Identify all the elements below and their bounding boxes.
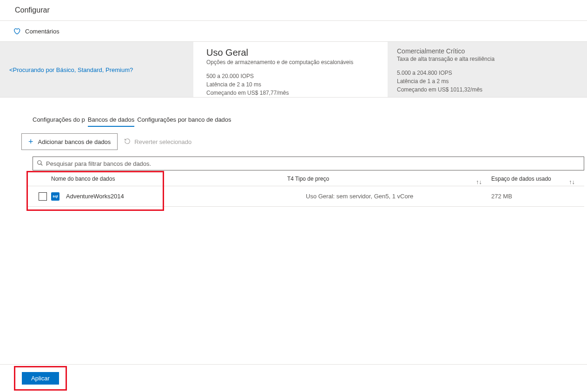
undo-icon — [124, 138, 131, 146]
revert-selected-label: Reverter selecionado — [134, 138, 191, 145]
row-name-cell: sql AdventureWorks2014 — [51, 192, 284, 201]
tier-general-per: mês — [278, 90, 289, 96]
toolbar: + Adicionar bancos de dados Reverter sel… — [0, 127, 587, 157]
row-checkbox[interactable] — [39, 192, 47, 201]
footer: Aplicar — [0, 364, 587, 392]
apply-button[interactable]: Aplicar — [22, 372, 59, 385]
search-icon — [37, 160, 43, 168]
sort-icon[interactable]: ↑↓ — [569, 178, 575, 185]
page-title: Configurar — [15, 6, 50, 14]
pricing-tier-row: <Procurando por Básico, Standard, Premiu… — [0, 42, 587, 98]
revert-selected-button[interactable]: Reverter selecionado — [119, 134, 196, 150]
th-data-space-label: Espaço de dados usado — [491, 176, 551, 182]
th-data-space[interactable]: Espaço de dados usado ↑↓ — [491, 176, 584, 182]
table-header-row: Nome do banco de dados T4 Tipo de preço … — [28, 171, 584, 186]
tier-general-subtitle: Opções de armazenamento e de computação … — [206, 59, 378, 65]
tier-general-iops: 500 a 20.000 IOPS — [206, 72, 378, 80]
tier-critical-title: Comercialmente Crítico — [397, 47, 578, 55]
svg-line-1 — [41, 163, 43, 165]
tier-critical-price: Começando em US$ 1011,32/ — [397, 86, 472, 93]
tier-critical-per: mês — [472, 86, 482, 93]
add-databases-label: Adicionar bancos de dados — [38, 138, 111, 145]
tab-pool-settings[interactable]: Configurações do p — [33, 116, 85, 127]
tier-general-latency: Latência de 2 a 10 ms — [206, 80, 378, 89]
row-data-space: 272 MB — [491, 193, 584, 200]
tier-critical-subtitle: Taxa de alta transação e alta resiliênci… — [397, 56, 578, 62]
th-pricing-tier-label: T4 Tipo de preço — [287, 176, 329, 182]
tier-business-critical[interactable]: Comercialmente Crítico Taxa de alta tran… — [388, 42, 587, 97]
tab-databases[interactable]: Bancos de dados — [88, 116, 134, 127]
sort-icon[interactable]: ↑↓ — [476, 178, 482, 185]
th-database-name[interactable]: Nome do banco de dados — [51, 176, 284, 182]
search-wrap — [0, 157, 587, 170]
table-row[interactable]: sql AdventureWorks2014 Uso Geral: sem se… — [28, 186, 584, 207]
add-databases-button[interactable]: + Adicionar bancos de dados — [21, 133, 118, 150]
tier-critical-iops: 5.000 a 204.800 IOPS — [397, 69, 578, 77]
annotation-highlight-apply: Aplicar — [14, 366, 67, 391]
plus-icon: + — [28, 137, 33, 146]
tab-per-database[interactable]: Configurações por banco de dados — [137, 116, 231, 127]
row-database-name: AdventureWorks2014 — [66, 193, 124, 200]
page-header: Configurar — [0, 0, 587, 21]
th-pricing-tier[interactable]: T4 Tipo de preço ↑↓ — [284, 176, 491, 182]
tier-critical-latency: Latência de 1 a 2 ms — [397, 77, 578, 85]
svg-point-0 — [38, 160, 41, 164]
search-box[interactable] — [33, 157, 584, 170]
tier-general-price: Começando em US$ 187,77/ — [206, 90, 278, 96]
comments-bar[interactable]: Comentários — [0, 21, 587, 42]
tier-general-purpose[interactable]: Uso Geral Opções de armazenamento e de c… — [193, 42, 388, 97]
heart-icon — [13, 27, 20, 35]
tier-search-cell: <Procurando por Básico, Standard, Premiu… — [0, 42, 193, 97]
database-icon: sql — [51, 192, 59, 201]
tabs-row: Configurações do p Bancos de dados Confi… — [0, 98, 587, 127]
tier-general-specs: 500 a 20.000 IOPS Latência de 2 a 10 ms … — [206, 72, 378, 97]
tier-critical-specs: 5.000 a 204.800 IOPS Latência de 1 a 2 m… — [397, 69, 578, 94]
row-pricing-tier: Uso Geral: sem servidor, Gen5, 1 vCore — [284, 193, 491, 200]
basic-standard-premium-link[interactable]: <Procurando por Básico, Standard, Premiu… — [9, 66, 184, 73]
databases-table: Nome do banco de dados T4 Tipo de preço … — [0, 171, 587, 207]
comments-label: Comentários — [25, 28, 59, 35]
search-input[interactable] — [46, 160, 580, 167]
row-checkbox-cell — [28, 192, 51, 201]
tier-general-title: Uso Geral — [206, 47, 378, 58]
